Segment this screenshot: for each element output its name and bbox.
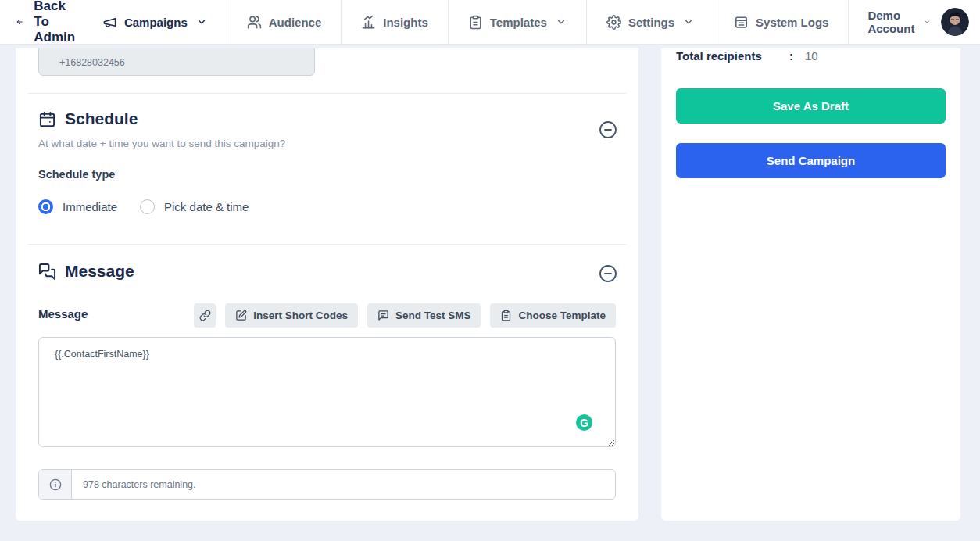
main-nav-menu: Campaigns Audience Insights Templates Se… [83,0,849,44]
save-as-draft-button[interactable]: Save As Draft [676,88,946,124]
minus-circle-icon [599,120,617,139]
schedule-type-options: Immediate Pick date & time [38,199,249,214]
calendar-icon [38,110,56,128]
avatar[interactable] [941,8,969,36]
templates-clipboard-icon [468,15,483,30]
audience-people-icon [247,15,262,30]
schedule-collapse-button[interactable] [599,120,617,139]
send-test-sms-label: Send Test SMS [395,310,471,321]
radio-unselected-icon[interactable] [140,199,155,214]
message-textarea-wrap: {{.ContactFirstName}} G [38,337,616,447]
top-navbar: Back To Admin Campaigns Audience Insight… [0,0,980,45]
insert-short-codes-button[interactable]: Insert Short Codes [225,303,358,328]
section-divider [28,244,626,245]
pen-square-icon [235,310,247,321]
account-name-label: Demo Account [867,9,918,35]
back-to-admin-label: Back To Admin [34,0,83,45]
nav-item-insights[interactable]: Insights [341,0,448,44]
message-section-title: Message [65,262,134,281]
schedule-subtitle: At what date + time you want to send thi… [38,138,285,149]
radio-option-pick-date-time[interactable]: Pick date & time [140,199,249,214]
radio-label-immediate: Immediate [63,200,117,213]
message-field-label: Message [38,307,88,321]
nav-label-audience: Audience [269,16,322,29]
nav-item-campaigns[interactable]: Campaigns [83,0,227,44]
chevron-down-icon [924,16,931,27]
char-addon [39,470,72,499]
radio-option-immediate[interactable]: Immediate [38,199,117,214]
chevron-down-icon [556,16,567,27]
message-toolbar: Insert Short Codes Send Test SMS Choose … [194,303,616,328]
user-photo-icon [941,8,969,36]
characters-remaining-text: 978 characters remaining. [72,470,196,499]
total-recipients-value: 10 [805,49,818,63]
send-campaign-button[interactable]: Send Campaign [676,143,946,178]
system-logs-icon [734,15,749,30]
nav-label-settings: Settings [628,16,674,29]
link-icon [199,310,211,321]
section-divider [28,93,626,94]
nav-label-templates: Templates [490,16,547,29]
campaign-summary-card: Total recipients : 10 Save As Draft Send… [661,48,960,521]
schedule-section-header: Schedule [38,109,138,128]
characters-remaining-group: 978 characters remaining. [38,469,616,500]
sender-phone-number-field[interactable] [38,48,315,76]
arrow-left-icon [16,14,23,30]
nav-label-insights: Insights [383,16,428,29]
schedule-type-label: Schedule type [38,168,115,181]
schedule-section-title: Schedule [65,109,138,128]
send-test-sms-button[interactable]: Send Test SMS [367,303,481,328]
settings-gear-icon [606,15,621,30]
grammarly-icon[interactable]: G [576,414,592,431]
message-square-icon [377,310,389,321]
radio-selected-icon[interactable] [38,199,53,214]
chat-bubbles-icon [38,263,56,281]
megaphone-icon [102,15,117,30]
nav-item-audience[interactable]: Audience [227,0,342,44]
total-recipients-row: Total recipients : 10 [676,49,946,63]
message-textarea[interactable]: {{.ContactFirstName}} [38,337,616,447]
choose-template-button[interactable]: Choose Template [490,303,616,328]
nav-item-templates[interactable]: Templates [448,0,586,44]
insert-link-button[interactable] [194,303,216,328]
nav-label-system-logs: System Logs [756,16,828,29]
nav-item-settings[interactable]: Settings [586,0,714,44]
choose-template-label: Choose Template [518,310,606,321]
clipboard-icon [500,310,512,321]
insights-chart-icon [361,15,376,30]
nav-item-system-logs[interactable]: System Logs [714,0,848,44]
chevron-down-icon [683,16,694,27]
nav-label-campaigns: Campaigns [124,16,188,29]
total-recipients-colon: : [789,49,793,63]
insert-short-codes-label: Insert Short Codes [253,310,348,321]
info-circle-icon [49,478,62,491]
account-area: Demo Account [848,0,980,44]
radio-label-pick-date-time: Pick date & time [164,200,249,213]
message-collapse-button[interactable] [599,264,617,283]
chevron-down-icon [196,16,207,27]
message-section-header: Message [38,262,134,281]
back-to-admin-button[interactable]: Back To Admin [16,0,83,44]
account-menu-button[interactable]: Demo Account [857,9,938,35]
campaign-form-card: Schedule At what date + time you want to… [16,48,638,521]
minus-circle-icon [599,264,617,283]
total-recipients-label: Total recipients [676,49,789,63]
